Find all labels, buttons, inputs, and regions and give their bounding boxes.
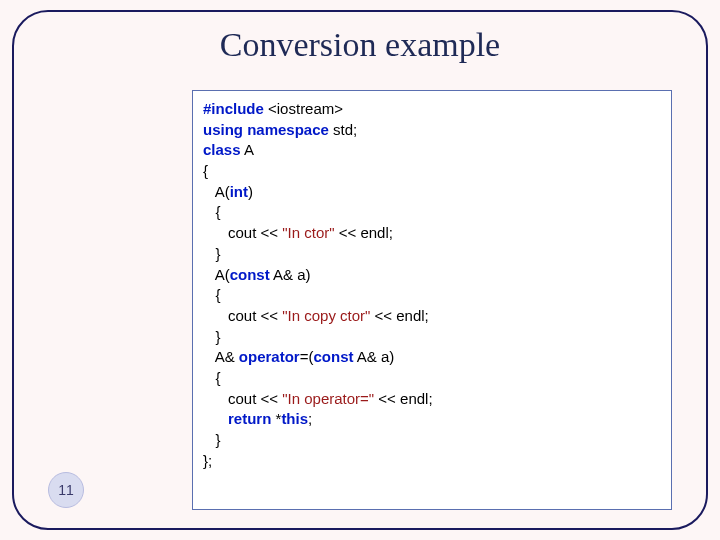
slide-number-badge: 11 <box>48 472 84 508</box>
kw-const1: const <box>230 266 270 283</box>
slide-title: Conversion example <box>14 26 706 64</box>
txt-brace3: } <box>203 245 221 262</box>
str-copyctor: "In copy ctor" <box>282 307 370 324</box>
txt-cout2b: << endl; <box>370 307 428 324</box>
kw-const2: const <box>313 348 353 365</box>
kw-using: using <box>203 121 243 138</box>
txt-ret-sp <box>203 410 228 427</box>
txt-ret-b: * <box>271 410 281 427</box>
kw-namespace: namespace <box>247 121 329 138</box>
ty-int: int <box>230 183 248 200</box>
txt-op-c: A& a) <box>353 348 394 365</box>
txt-op-a: A& <box>203 348 239 365</box>
txt-brace-open: { <box>203 162 208 179</box>
txt-brace-close: }; <box>203 452 212 469</box>
txt-cout1a: cout << <box>203 224 282 241</box>
kw-return: return <box>228 410 271 427</box>
txt-brace5: } <box>203 328 221 345</box>
txt-brace2: { <box>203 203 221 220</box>
txt-cout2a: cout << <box>203 307 282 324</box>
txt-cout1b: << endl; <box>335 224 393 241</box>
txt-iostream: <iostream> <box>264 100 343 117</box>
txt-cout3b: << endl; <box>374 390 432 407</box>
slide-frame: Conversion example #include <iostream> u… <box>12 10 708 530</box>
kw-operator: operator <box>239 348 300 365</box>
kw-class: class <box>203 141 241 158</box>
code-content: #include <iostream> using namespace std;… <box>203 99 661 471</box>
txt-brace6: { <box>203 369 221 386</box>
txt-brace4: { <box>203 286 221 303</box>
kw-this: this <box>281 410 308 427</box>
code-block: #include <iostream> using namespace std;… <box>192 90 672 510</box>
txt-ctor-b: ) <box>248 183 253 200</box>
txt-A: A <box>241 141 254 158</box>
kw-include: #include <box>203 100 264 117</box>
str-inctor: "In ctor" <box>282 224 334 241</box>
txt-op-b: =( <box>300 348 314 365</box>
txt-ctor-a: A( <box>203 183 230 200</box>
txt-std: std; <box>329 121 357 138</box>
slide-number: 11 <box>58 482 74 498</box>
str-opassign: "In operator=" <box>282 390 374 407</box>
txt-cout3a: cout << <box>203 390 282 407</box>
txt-brace7: } <box>203 431 221 448</box>
txt-ret-c: ; <box>308 410 312 427</box>
txt-copy-b: A& a) <box>270 266 311 283</box>
txt-copy-a: A( <box>203 266 230 283</box>
